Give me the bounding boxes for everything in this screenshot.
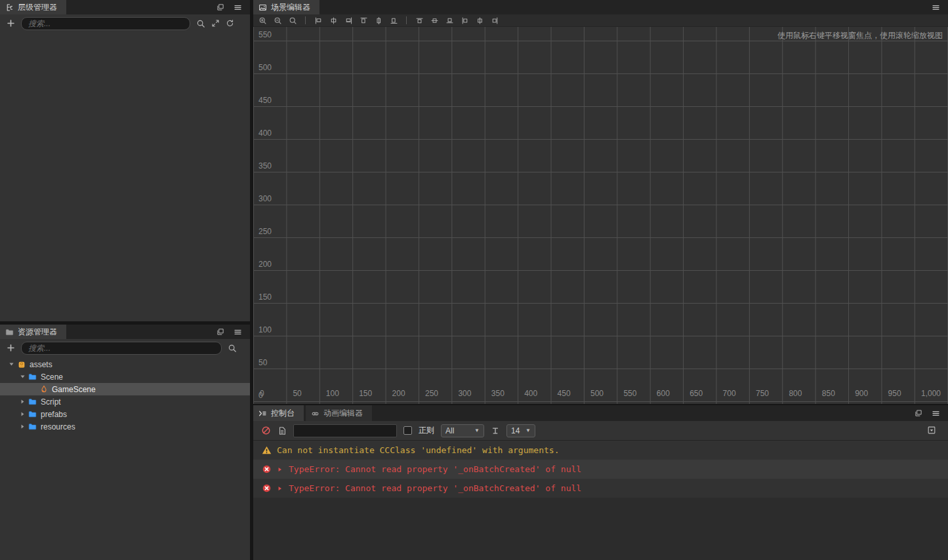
tab-console[interactable]: 控制台	[253, 405, 304, 421]
refresh-icon[interactable]	[226, 19, 234, 28]
font-size-value: 14	[511, 426, 520, 435]
search-icon[interactable]	[196, 19, 205, 28]
caret-down-icon[interactable]	[18, 374, 27, 380]
regex-checkbox[interactable]	[403, 426, 412, 435]
popout-icon[interactable]	[216, 327, 225, 336]
console-tab-label: 动画编辑器	[323, 408, 363, 419]
console-search-input[interactable]	[293, 424, 397, 437]
panel-menu-icon[interactable]	[233, 3, 242, 12]
tree-row-script[interactable]: Script	[0, 395, 250, 408]
log-expand-icon[interactable]	[277, 466, 283, 473]
font-size-icon	[491, 426, 500, 435]
distribute-left-icon[interactable]	[459, 15, 470, 26]
caret-down-icon[interactable]	[7, 361, 16, 367]
tree-row-resources[interactable]: resources	[0, 420, 250, 433]
tree-row-scene[interactable]: Scene	[0, 370, 250, 383]
folder-icon	[27, 397, 38, 406]
align-top-icon[interactable]	[313, 15, 323, 26]
add-node-button[interactable]	[7, 19, 15, 28]
ruler-label-y: 100	[258, 325, 272, 334]
hierarchy-tab-label: 层级管理器	[18, 2, 57, 13]
log-row-error[interactable]: TypeError: Cannot read property '_onBatc…	[253, 460, 948, 479]
console-tabbar: 控制台动画编辑器	[253, 405, 948, 421]
ruler-label-x: 550	[623, 389, 636, 398]
popout-icon[interactable]	[914, 409, 923, 418]
log-message: TypeError: Cannot read property '_onBatc…	[289, 464, 581, 474]
log-row-warning[interactable]: Can not instantiate CCClass 'undefined' …	[253, 441, 948, 460]
distribute-hcenter-icon[interactable]	[474, 15, 485, 26]
console-icon	[258, 409, 267, 418]
ruler-label-x: 150	[359, 389, 372, 398]
zoom-reset-icon[interactable]	[287, 15, 298, 26]
hierarchy-toolbar	[0, 14, 250, 32]
panel-menu-icon[interactable]	[233, 327, 242, 336]
tab-animation-editor[interactable]: 动画编辑器	[306, 405, 372, 421]
tree-row-gamescene[interactable]: GameScene	[0, 383, 250, 395]
hierarchy-tree-area[interactable]	[0, 32, 250, 321]
ruler-label-y: 300	[258, 194, 272, 203]
assets-tabbar: 资源管理器	[0, 325, 250, 339]
search-icon[interactable]	[228, 344, 237, 353]
align-right-icon[interactable]	[388, 15, 399, 26]
ruler-label-x: 900	[855, 389, 868, 398]
assets-tabbar-actions	[216, 325, 250, 339]
caret-right-icon[interactable]	[18, 424, 27, 430]
ruler-label-x: 300	[458, 389, 471, 398]
zoom-out-icon[interactable]	[272, 15, 283, 26]
ruler-label-x: 850	[822, 389, 835, 398]
log-filter-select[interactable]: All ▼	[441, 424, 484, 437]
assets-search-input[interactable]	[21, 342, 222, 355]
console-log-list: Can not instantiate CCClass 'undefined' …	[253, 440, 948, 560]
distribute-vcenter-icon[interactable]	[429, 15, 440, 26]
ruler-label-y: 350	[258, 161, 272, 170]
scene-tab-label: 场景编辑器	[271, 2, 310, 13]
align-left-icon[interactable]	[358, 15, 369, 26]
open-log-file-icon[interactable]	[278, 426, 287, 435]
warning-icon	[261, 445, 272, 456]
distribute-top-icon[interactable]	[414, 15, 424, 26]
ruler-label-y: 450	[258, 96, 272, 105]
font-size-select[interactable]: 14 ▼	[506, 424, 535, 437]
hierarchy-search-input[interactable]	[21, 17, 190, 30]
log-expand-icon[interactable]	[277, 485, 283, 492]
log-message: Can not instantiate CCClass 'undefined' …	[277, 445, 559, 455]
console-panel: 控制台动画编辑器 正则 All ▼ 14 ▼	[253, 405, 948, 560]
tree-item-label: assets	[30, 360, 52, 369]
clear-logs-icon[interactable]	[261, 426, 271, 435]
caret-right-icon[interactable]	[18, 411, 27, 417]
panel-menu-icon[interactable]	[931, 409, 940, 418]
expand-icon[interactable]	[211, 19, 220, 28]
popout-icon[interactable]	[216, 3, 225, 12]
distribute-right-icon[interactable]	[489, 15, 500, 26]
folder-icon	[27, 410, 38, 418]
log-filter-value: All	[445, 426, 454, 435]
ruler-label-x: 700	[723, 389, 736, 398]
align-bottom-icon[interactable]	[343, 15, 354, 26]
tree-item-label: GameScene	[52, 385, 96, 394]
tree-row-prefabs[interactable]: prefabs	[0, 408, 250, 420]
scene-hint-text: 使用鼠标右键平移视窗焦点，使用滚轮缩放视图	[777, 30, 943, 41]
zoom-in-icon[interactable]	[257, 15, 268, 26]
tree-row-assets[interactable]: assets	[0, 358, 250, 370]
caret-right-icon[interactable]	[18, 399, 27, 405]
ruler-label-x: 800	[789, 389, 802, 398]
ruler-label-y: 500	[258, 63, 272, 72]
panel-menu-icon[interactable]	[931, 3, 940, 12]
distribute-bottom-icon[interactable]	[444, 15, 455, 26]
scene-panel: 场景编辑器 0501001502002503003504004505005506…	[253, 0, 948, 404]
tab-scene-editor[interactable]: 场景编辑器	[253, 0, 319, 14]
ruler-label-x: 250	[425, 389, 438, 398]
tab-assets[interactable]: 资源管理器	[0, 325, 66, 339]
scene-viewport[interactable]: 0501001502002503003504004505005506006507…	[253, 27, 948, 404]
log-row-error[interactable]: TypeError: Cannot read property '_onBatc…	[253, 479, 948, 498]
add-asset-button[interactable]	[7, 344, 15, 352]
tab-hierarchy[interactable]: 层级管理器	[0, 0, 66, 14]
console-toolbar: 正则 All ▼ 14 ▼	[253, 421, 948, 440]
assets-tab-label: 资源管理器	[18, 327, 57, 338]
log-message: TypeError: Cannot read property '_onBatc…	[289, 483, 581, 493]
align-hcenter-icon[interactable]	[373, 15, 384, 26]
ruler-label-y: 0	[258, 391, 263, 400]
align-vcenter-icon[interactable]	[328, 15, 339, 26]
collapse-panel-icon[interactable]	[927, 426, 936, 435]
ruler-label-x: 400	[524, 389, 537, 398]
